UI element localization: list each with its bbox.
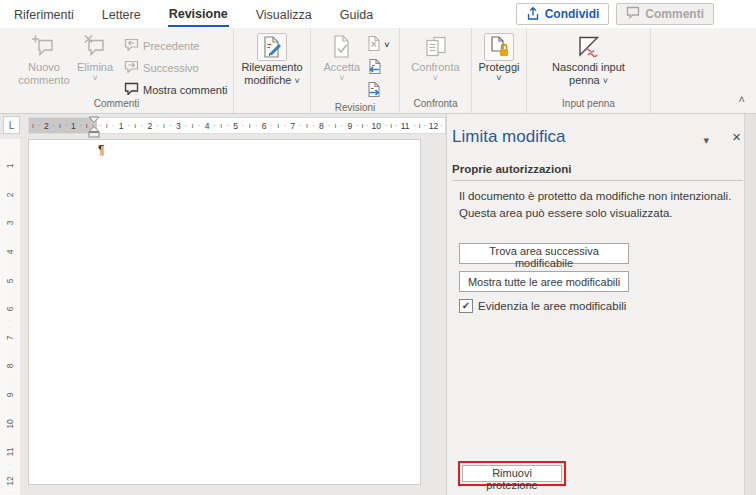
- track-changes-icon: [257, 33, 287, 61]
- group-label-rilevamento: [234, 98, 310, 113]
- highlight-editable-areas-checkbox[interactable]: ✓ Evidenzia le aree modificabili: [459, 299, 756, 313]
- tab-revisione[interactable]: Revisione: [155, 0, 242, 28]
- document-area: L ı·2·ı·1·ı· ·ı·1·ı·2·ı·3·ı·4·ı·5·ı·6·ı·…: [0, 114, 446, 495]
- previous-change-icon: [366, 58, 382, 79]
- comments-button-label: Commenti: [645, 7, 704, 21]
- h-ruler-white: ·ı·1·ı·2·ı·3·ı·4·ı·5·ı·6·ı·7·ı·8·ı·9·ı·1…: [97, 118, 445, 133]
- hide-ink-button[interactable]: Nascondi input penna ˅: [546, 31, 632, 98]
- share-button-label: Condividi: [545, 7, 600, 21]
- show-comments-icon: [124, 82, 139, 97]
- previous-comment-button[interactable]: Precedente: [124, 38, 199, 53]
- next-change-button[interactable]: [366, 81, 382, 102]
- comments-button[interactable]: Commenti: [616, 3, 714, 25]
- tab-riferimenti-label: Riferimenti: [13, 3, 75, 26]
- new-comment-button[interactable]: Nuovo commento: [14, 31, 74, 98]
- hide-ink-label: Nascondi input penna: [552, 61, 625, 86]
- description-line-1: Il documento è protetto da modifiche non…: [459, 188, 742, 205]
- next-change-icon: [366, 81, 382, 102]
- reject-icon: [366, 35, 381, 56]
- highlight-editable-areas-label: Evidenzia le aree modificabili: [478, 300, 626, 312]
- checkbox-icon: ✓: [459, 299, 473, 313]
- chevron-down-icon: ˅: [433, 74, 438, 83]
- next-comment-label: Successivo: [143, 62, 199, 74]
- limita-modifica-panel: Limita modifica ▾ × Proprie autorizzazio…: [446, 114, 756, 495]
- compare-button[interactable]: Confronta ˅: [408, 31, 462, 98]
- ribbon-tab-bar: Riferimenti Lettere Revisione Visualizza…: [0, 0, 756, 29]
- tab-guida[interactable]: Guida: [326, 0, 387, 28]
- reject-button[interactable]: ˅: [366, 35, 389, 56]
- group-label-revisioni: Revisioni: [311, 102, 399, 114]
- panel-title: Limita modifica: [452, 127, 756, 147]
- tab-visualizza-label: Visualizza: [255, 3, 313, 26]
- remove-protection-highlight-box: Rimuovi protezione: [458, 461, 566, 486]
- editable-area-actions: Trova area successiva modificabile Mostr…: [459, 243, 756, 292]
- previous-comment-icon: [124, 38, 139, 53]
- ribbon-group-input-penna: Nascondi input penna ˅ Input penna: [527, 28, 651, 113]
- description-line-2: Questa area può essere solo visualizzata…: [459, 205, 742, 222]
- permissions-section-title: Proprie autorizzazioni: [452, 163, 743, 175]
- show-comments-button[interactable]: Mostra commenti: [124, 82, 227, 97]
- accept-label: Accetta: [324, 61, 361, 73]
- previous-comment-label: Precedente: [143, 40, 199, 52]
- new-comment-label: Nuovo commento: [18, 61, 69, 86]
- share-button[interactable]: Condividi: [516, 3, 610, 25]
- next-comment-icon: [124, 60, 139, 75]
- accept-button[interactable]: Accetta ˅: [321, 31, 364, 102]
- ribbon-group-proteggi: Proteggi ˅: [472, 28, 527, 113]
- tab-riferimenti[interactable]: Riferimenti: [0, 0, 88, 28]
- permissions-section-header: Proprie autorizzazioni: [452, 163, 743, 181]
- group-label-commenti: Commenti: [0, 98, 233, 113]
- tab-lettere-label: Lettere: [101, 3, 142, 26]
- protect-label: Proteggi: [479, 61, 520, 73]
- ribbon-group-confronta: Confronta ˅ Confronta: [400, 28, 472, 113]
- collapse-ribbon-icon[interactable]: ˄: [739, 93, 745, 105]
- tab-lettere[interactable]: Lettere: [88, 0, 155, 28]
- next-comment-button[interactable]: Successivo: [124, 60, 199, 75]
- panel-close-icon[interactable]: ×: [732, 128, 741, 145]
- chevron-down-icon: ˅: [384, 41, 389, 50]
- checkmark-icon: ✓: [462, 301, 470, 311]
- tabbar-right-actions: Condividi Commenti: [516, 3, 756, 25]
- ribbon-group-revisioni: Accetta ˅ ˅: [311, 28, 400, 113]
- show-all-editable-areas-button[interactable]: Mostra tutte le aree modificabili: [459, 271, 629, 292]
- panel-menu-arrow-icon[interactable]: ▾: [703, 134, 709, 147]
- ribbon: Nuovo commento Elimina ˅ Precedente: [0, 28, 756, 114]
- track-changes-button[interactable]: Rilevamento modifiche ˅: [234, 31, 310, 98]
- chevron-down-icon: ˅: [92, 74, 97, 83]
- ribbon-group-rilevamento: Rilevamento modifiche ˅: [234, 28, 311, 113]
- tab-revisione-label: Revisione: [168, 2, 229, 27]
- chevron-down-icon: ˅: [603, 76, 608, 86]
- word-window: Riferimenti Lettere Revisione Visualizza…: [0, 0, 756, 495]
- tab-guida-label: Guida: [339, 3, 374, 26]
- chevron-down-icon: ˅: [294, 76, 299, 86]
- remove-protection-button[interactable]: Rimuovi protezione: [462, 465, 562, 482]
- share-icon: [526, 6, 540, 23]
- delete-comment-label: Elimina: [77, 61, 113, 73]
- new-comment-icon: [31, 33, 57, 61]
- compare-icon: [422, 33, 450, 61]
- protect-button[interactable]: Proteggi ˅: [476, 31, 523, 98]
- accept-icon: [330, 33, 354, 61]
- compare-label: Confronta: [411, 61, 459, 73]
- chevron-down-icon: ˅: [339, 74, 344, 83]
- show-comments-label: Mostra commenti: [143, 84, 227, 96]
- find-next-editable-area-button[interactable]: Trova area successiva modificabile: [459, 243, 629, 264]
- tab-visualizza[interactable]: Visualizza: [242, 0, 326, 28]
- hide-ink-icon: [576, 33, 602, 61]
- document-page[interactable]: ¶: [28, 139, 421, 485]
- group-label-confronta: Confronta: [400, 98, 471, 113]
- previous-change-button[interactable]: [366, 58, 382, 79]
- ribbon-empty-space: ˄: [651, 28, 756, 113]
- h-ruler-margin: ı·2·ı·1·ı·: [29, 118, 97, 133]
- panel-scrollbar[interactable]: [744, 114, 756, 495]
- horizontal-ruler: ı·2·ı·1·ı· ·ı·1·ı·2·ı·3·ı·4·ı·5·ı·6·ı·7·…: [28, 117, 446, 134]
- group-label-input-penna: Input penna: [527, 98, 650, 113]
- tab-stop-selector[interactable]: L: [3, 116, 20, 134]
- group-label-proteggi: [472, 98, 526, 113]
- chevron-down-icon: ˅: [496, 74, 501, 83]
- delete-comment-icon: [83, 33, 107, 61]
- paragraph-mark: ¶: [98, 143, 104, 157]
- protect-icon: [484, 33, 514, 61]
- delete-comment-button[interactable]: Elimina ˅: [74, 31, 116, 98]
- protection-description: Il documento è protetto da modifiche non…: [459, 188, 742, 222]
